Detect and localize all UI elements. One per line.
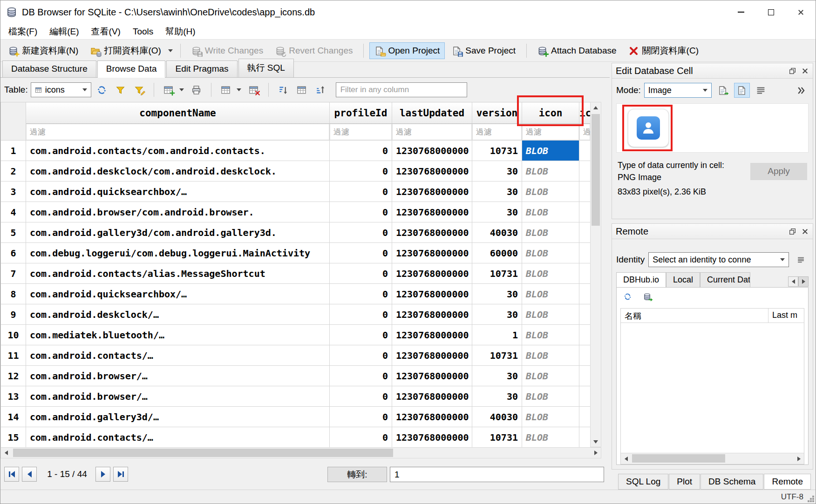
insert-record-button[interactable] bbox=[218, 82, 234, 97]
column-header-componentName[interactable]: componentName bbox=[26, 102, 330, 124]
close-panel-icon[interactable] bbox=[801, 228, 809, 235]
float-panel-icon[interactable] bbox=[789, 228, 796, 235]
cell-lastUpdated[interactable]: 1230768000000 bbox=[392, 222, 472, 243]
cell-profileId[interactable]: 0 bbox=[330, 366, 392, 386]
cell-profileId[interactable]: 0 bbox=[330, 345, 392, 366]
column-header-profileId[interactable]: profileId bbox=[330, 102, 392, 124]
cell-componentName[interactable]: com.android.contacts/com.android.contact… bbox=[26, 141, 330, 161]
delete-record-button[interactable] bbox=[246, 82, 262, 97]
cell-overflow[interactable] bbox=[579, 345, 591, 366]
new-record-button[interactable] bbox=[161, 82, 177, 97]
cell-overflow[interactable] bbox=[579, 141, 591, 161]
clear-filters-button[interactable] bbox=[113, 82, 129, 97]
filter-componentName[interactable]: 過濾 bbox=[26, 124, 330, 141]
cell-version[interactable]: 40030 bbox=[472, 222, 522, 243]
cell-lastUpdated[interactable]: 1230768000000 bbox=[392, 141, 472, 161]
cell-profileId[interactable]: 0 bbox=[330, 181, 392, 202]
tab-scroll-left-button[interactable] bbox=[788, 276, 798, 287]
cell-version[interactable]: 30 bbox=[472, 386, 522, 407]
cell-version[interactable]: 30 bbox=[472, 366, 522, 386]
cell-overflow[interactable] bbox=[579, 325, 591, 345]
cell-profileId[interactable]: 0 bbox=[330, 284, 392, 304]
menu-help[interactable]: 幫助(H) bbox=[159, 24, 201, 40]
row-number[interactable]: 6 bbox=[1, 243, 26, 263]
cell-version[interactable]: 30 bbox=[472, 161, 522, 181]
cell-version[interactable]: 10731 bbox=[472, 345, 522, 366]
cell-icon[interactable]: BLOB bbox=[522, 263, 579, 284]
cell-icon[interactable]: BLOB bbox=[522, 222, 579, 243]
cell-profileId[interactable]: 0 bbox=[330, 325, 392, 345]
next-record-button[interactable] bbox=[95, 467, 110, 482]
cell-version[interactable]: 30 bbox=[472, 181, 522, 202]
scroll-down-button[interactable] bbox=[591, 437, 601, 447]
cell-lastUpdated[interactable]: 1230768000000 bbox=[392, 345, 472, 366]
cell-componentName[interactable]: com.android.contacts/alias.MessageShortc… bbox=[26, 263, 330, 284]
cell-version[interactable]: 60000 bbox=[472, 243, 522, 263]
cell-icon[interactable]: BLOB bbox=[522, 202, 579, 222]
remote-horizontal-scrollbar[interactable] bbox=[621, 453, 804, 464]
import-data-button[interactable] bbox=[715, 83, 731, 98]
horizontal-scrollbar[interactable] bbox=[0, 447, 601, 458]
cell-version[interactable]: 30 bbox=[472, 202, 522, 222]
menu-file[interactable]: 檔案(F) bbox=[2, 24, 43, 40]
row-number[interactable]: 4 bbox=[1, 202, 26, 222]
cell-version[interactable]: 10731 bbox=[472, 427, 522, 448]
cell-icon[interactable]: BLOB bbox=[522, 386, 579, 407]
row-number[interactable]: 7 bbox=[1, 263, 26, 284]
cell-lastUpdated[interactable]: 1230768000000 bbox=[392, 243, 472, 263]
cell-componentName[interactable]: com.mediatek.bluetooth/… bbox=[26, 325, 330, 345]
filter-overflow[interactable]: 過濾 bbox=[579, 124, 591, 141]
remote-refresh-button[interactable] bbox=[619, 289, 635, 304]
tab-browse-data[interactable]: Browse Data bbox=[97, 60, 166, 78]
cell-icon[interactable]: BLOB bbox=[522, 427, 579, 448]
cell-overflow[interactable] bbox=[579, 243, 591, 263]
cell-lastUpdated[interactable]: 1230768000000 bbox=[392, 325, 472, 345]
row-number[interactable]: 13 bbox=[1, 386, 26, 407]
cell-lastUpdated[interactable]: 1230768000000 bbox=[392, 407, 472, 427]
dock-tab-sql-log[interactable]: SQL Log bbox=[618, 474, 668, 490]
column-header-overflow[interactable]: ic bbox=[579, 102, 591, 124]
identity-selector[interactable]: Select an identity to conne bbox=[648, 252, 789, 267]
last-record-button[interactable] bbox=[113, 467, 128, 482]
cell-icon[interactable]: BLOB bbox=[522, 366, 579, 386]
scroll-left-button[interactable] bbox=[621, 454, 631, 464]
cell-icon[interactable]: BLOB bbox=[522, 161, 579, 181]
text-mode-button[interactable] bbox=[734, 83, 750, 98]
filter-icon[interactable]: 過濾 bbox=[522, 124, 579, 141]
cell-version[interactable]: 30 bbox=[472, 284, 522, 304]
row-number[interactable]: 10 bbox=[1, 325, 26, 345]
cell-componentName[interactable]: com.android.gallery3d/… bbox=[26, 407, 330, 427]
cell-componentName[interactable]: com.android.gallery3d/com.android.galler… bbox=[26, 222, 330, 243]
column-header-last-modified[interactable]: Last m bbox=[768, 309, 804, 323]
column-header-icon[interactable]: icon bbox=[522, 102, 579, 124]
print-button[interactable] bbox=[189, 82, 204, 97]
horizontal-scrollbar-thumb[interactable] bbox=[632, 454, 725, 463]
column-header-lastUpdated[interactable]: lastUpdated bbox=[392, 102, 472, 124]
cell-profileId[interactable]: 0 bbox=[330, 161, 392, 181]
tab-edit-pragmas[interactable]: Edit Pragmas bbox=[166, 60, 237, 77]
cell-profileId[interactable]: 0 bbox=[330, 222, 392, 243]
cell-lastUpdated[interactable]: 1230768000000 bbox=[392, 304, 472, 325]
cell-overflow[interactable] bbox=[579, 427, 591, 448]
horizontal-scrollbar-thumb[interactable] bbox=[13, 449, 393, 457]
cell-componentName[interactable]: com.android.contacts/… bbox=[26, 427, 330, 448]
refresh-button[interactable] bbox=[94, 82, 110, 97]
mode-selector[interactable]: Image bbox=[644, 83, 712, 98]
cell-icon[interactable]: BLOB bbox=[522, 325, 579, 345]
goto-input[interactable] bbox=[390, 467, 604, 482]
cell-lastUpdated[interactable]: 1230768000000 bbox=[392, 202, 472, 222]
tab-database-structure[interactable]: Database Structure bbox=[2, 60, 96, 77]
cell-profileId[interactable]: 0 bbox=[330, 427, 392, 448]
column-header-name[interactable]: 名稱 bbox=[621, 309, 768, 323]
scroll-right-button[interactable] bbox=[794, 454, 804, 464]
open-database-dropdown[interactable] bbox=[166, 49, 175, 52]
menu-view[interactable]: 查看(V) bbox=[85, 24, 127, 40]
menu-tools[interactable]: Tools bbox=[127, 25, 159, 39]
cell-icon[interactable]: BLOB bbox=[522, 141, 579, 161]
close-button[interactable] bbox=[786, 0, 816, 24]
remote-push-button[interactable] bbox=[639, 289, 655, 304]
insert-record-dropdown[interactable] bbox=[235, 88, 243, 91]
open-project-button[interactable]: Open Project bbox=[369, 42, 445, 59]
dock-tab-plot[interactable]: Plot bbox=[669, 474, 700, 490]
row-number[interactable]: 14 bbox=[1, 407, 26, 427]
